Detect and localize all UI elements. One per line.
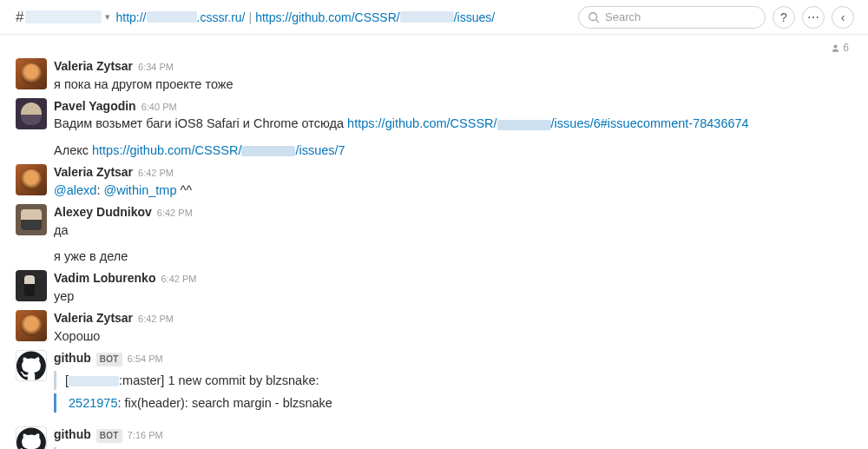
message-text: Хорошо: [54, 327, 852, 345]
repo-redacted: [69, 376, 119, 386]
topic-link: .csssr.ru/: [197, 10, 246, 24]
avatar[interactable]: [16, 98, 47, 129]
message-author[interactable]: Vadim Loburenko: [54, 270, 155, 287]
mention[interactable]: @within_tmp: [103, 183, 176, 197]
message-text: Вадим возьмет баги iOS8 Safari и Chrome …: [54, 115, 852, 132]
help-button[interactable]: ?: [773, 6, 795, 29]
avatar[interactable]: [16, 310, 47, 341]
message: Pavel Yagodin 6:40 PM Вадим возьмет баги…: [0, 96, 868, 162]
message-text: yep: [54, 287, 852, 305]
bot-badge: BOT: [96, 353, 122, 366]
search-icon: [588, 11, 600, 23]
member-count[interactable]: 6: [843, 42, 849, 54]
bot-badge: BOT: [96, 429, 122, 443]
message-author[interactable]: Valeria Zytsar: [54, 58, 133, 76]
link-redacted: [497, 120, 551, 130]
message-author[interactable]: Valeria Zytsar: [54, 310, 133, 327]
message-author[interactable]: Alexey Dudnikov: [54, 204, 152, 221]
attachment-text: [:master] 1 new commit by blzsnake:: [65, 372, 852, 389]
github-icon: [16, 426, 46, 449]
text: : fix(header): search margin - blzsnake: [117, 396, 332, 410]
topic-redacted: [400, 11, 454, 23]
topic-link: /issues/: [454, 10, 495, 24]
message: Valeria Zytsar 6:42 PM Хорошо: [0, 307, 868, 347]
search-input[interactable]: [605, 10, 756, 23]
message-timestamp[interactable]: 6:42 PM: [138, 313, 174, 326]
avatar[interactable]: [16, 426, 47, 449]
message-list: Valeria Zytsar 6:34 PM я пока на другом …: [0, 54, 868, 449]
channel-topic[interactable]: http:// .csssr.ru/ | https://github.com/…: [115, 10, 568, 24]
text: ^^: [176, 183, 192, 197]
message: github BOT 6:54 PM [:master] 1 new commi…: [0, 347, 868, 415]
topic-redacted: [147, 11, 197, 23]
message-timestamp[interactable]: 6:54 PM: [128, 353, 163, 366]
avatar[interactable]: [16, 58, 47, 89]
avatar[interactable]: [16, 270, 47, 301]
text: Алекс: [54, 143, 92, 157]
message-text: я пока на другом проекте тоже: [54, 76, 852, 93]
chevron-down-icon[interactable]: ▾: [105, 11, 110, 23]
link[interactable]: /issues/7: [295, 143, 345, 157]
channel-hash: #: [16, 9, 23, 26]
message-text: Алекс https://github.com/CSSSR//issues/7: [54, 142, 852, 159]
svg-point-0: [589, 12, 597, 20]
link[interactable]: https://github.com/CSSSR/: [92, 143, 241, 157]
collapse-button[interactable]: ‹: [832, 6, 854, 29]
message-author[interactable]: github: [54, 426, 91, 444]
channel-header: # ▾ http:// .csssr.ru/ | https://github.…: [0, 0, 868, 35]
link[interactable]: https://github.com/CSSSR/: [347, 116, 496, 130]
channel-subheader: 6: [0, 35, 868, 54]
message: Valeria Zytsar 6:34 PM я пока на другом …: [0, 56, 868, 96]
text: :master] 1 new commit by blzsnake:: [119, 373, 319, 387]
chevron-left-icon: ‹: [841, 10, 845, 24]
avatar[interactable]: [16, 204, 47, 235]
mention[interactable]: @alexd: [54, 183, 96, 197]
help-icon: ?: [780, 10, 787, 24]
message-timestamp[interactable]: 6:42 PM: [161, 273, 196, 286]
avatar[interactable]: [16, 164, 47, 195]
topic-link: https://github.com/CSSSR/: [255, 10, 400, 24]
search-box[interactable]: [578, 6, 766, 29]
message-text: да: [54, 221, 852, 239]
message-text: я уже в деле: [54, 248, 852, 265]
message-author[interactable]: Pavel Yagodin: [54, 98, 136, 116]
attachment-text: 2521975: fix(header): search margin - bl…: [65, 394, 852, 412]
svg-line-1: [596, 19, 600, 23]
message-timestamp[interactable]: 6:42 PM: [157, 207, 193, 220]
message-timestamp[interactable]: 6:42 PM: [138, 167, 174, 180]
link-redacted: [241, 146, 295, 156]
message-author[interactable]: Valeria Zytsar: [54, 164, 133, 182]
members-icon[interactable]: [831, 43, 840, 53]
message-timestamp[interactable]: 6:40 PM: [141, 101, 177, 114]
more-button[interactable]: ⋯: [802, 6, 825, 29]
topic-separator: |: [249, 10, 253, 24]
topic-link: http://: [115, 10, 146, 24]
github-icon: [16, 350, 46, 381]
message-text: @alexd: @within_tmp ^^: [54, 182, 852, 199]
message-timestamp[interactable]: 6:34 PM: [138, 61, 174, 74]
commit-link[interactable]: 2521975: [69, 396, 117, 410]
attachment: [:master] 1 new commit by blzsnake:: [54, 371, 852, 390]
ellipsis-icon: ⋯: [807, 10, 819, 24]
link[interactable]: /issues/6#issuecomment-78436674: [551, 116, 749, 130]
attachment: 2521975: fix(header): search margin - bl…: [54, 393, 852, 413]
message: Alexey Dudnikov 6:42 PM да я уже в деле: [0, 201, 868, 267]
message: Valeria Zytsar 6:42 PM @alexd: @within_t…: [0, 162, 868, 201]
text: Вадим возьмет баги iOS8 Safari и Chrome …: [54, 116, 347, 130]
message: github BOT 7:16 PM [CSSSR/] Issue closed…: [0, 424, 868, 449]
message-author[interactable]: github: [54, 350, 91, 367]
message-timestamp[interactable]: 7:16 PM: [128, 429, 163, 442]
channel-name-redacted[interactable]: [25, 10, 102, 23]
message: Vadim Loburenko 6:42 PM yep: [0, 267, 868, 307]
avatar[interactable]: [16, 350, 47, 381]
